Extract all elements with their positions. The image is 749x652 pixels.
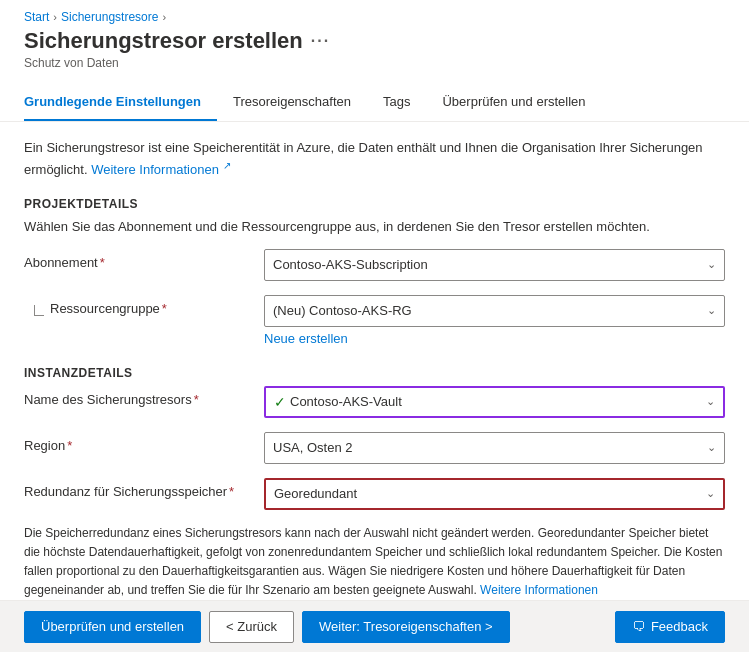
back-button[interactable]: < Zurück [209, 611, 294, 643]
redundanz-label: Redundanz für Sicherungsspeicher * [24, 478, 264, 499]
ressourcengruppe-required: * [162, 301, 167, 316]
feedback-button[interactable]: 🗨 Feedback [615, 611, 725, 643]
region-chevron-icon: ⌄ [707, 441, 716, 454]
intro-description: Ein Sicherungstresor ist eine Speicheren… [24, 138, 725, 179]
redundanz-control: Georedundant ⌄ [264, 478, 725, 510]
neue-erstellen-link[interactable]: Neue erstellen [264, 331, 348, 346]
page-subtitle: Schutz von Daten [24, 56, 725, 70]
ressourcengruppe-dropdown[interactable]: (Neu) Contoso-AKS-RG ⌄ [264, 295, 725, 327]
ressourcengruppe-control: (Neu) Contoso-AKS-RG ⌄ Neue erstellen [264, 295, 725, 346]
feedback-icon: 🗨 [632, 619, 645, 634]
redundanz-dropdown-value: Georedundant [274, 486, 706, 501]
projektdetails-description: Wählen Sie das Abonnement und die Ressou… [24, 217, 725, 237]
breadcrumb-sicherungstresore[interactable]: Sicherungstresore [61, 10, 158, 24]
abonnement-chevron-icon: ⌄ [707, 258, 716, 271]
sicherungsname-check-icon: ✓ [274, 394, 286, 410]
region-row: Region * USA, Osten 2 ⌄ [24, 432, 725, 464]
abonnement-row: Abonnement * Contoso-AKS-Subscription ⌄ [24, 249, 725, 281]
region-control: USA, Osten 2 ⌄ [264, 432, 725, 464]
region-label: Region * [24, 432, 264, 453]
page-ellipsis-menu[interactable]: ··· [311, 32, 330, 50]
redundanz-required: * [229, 484, 234, 499]
sicherungsname-row: Name des Sicherungstresors * ✓ Contoso-A… [24, 386, 725, 418]
redundanz-dropdown[interactable]: Georedundant ⌄ [264, 478, 725, 510]
ressourcengruppe-chevron-icon: ⌄ [707, 304, 716, 317]
breadcrumb-separator-2: › [162, 11, 166, 23]
redundanz-chevron-icon: ⌄ [706, 487, 715, 500]
projektdetails-section-title: PROJEKTDETAILS [24, 197, 725, 211]
redundanz-info-box: Die Speicherredundanz eines Sicherungstr… [24, 524, 725, 609]
main-content: Ein Sicherungstresor ist eine Speicheren… [0, 122, 749, 625]
breadcrumb: Start › Sicherungstresore › [0, 0, 749, 28]
breadcrumb-separator-1: › [53, 11, 57, 23]
abonnement-dropdown[interactable]: Contoso-AKS-Subscription ⌄ [264, 249, 725, 281]
page-header: Sicherungstresor erstellen ··· Schutz vo… [0, 28, 749, 74]
sicherungsname-required: * [194, 392, 199, 407]
abonnement-label: Abonnement * [24, 249, 264, 270]
breadcrumb-start[interactable]: Start [24, 10, 49, 24]
next-button[interactable]: Weiter: Tresoreigenschaften > [302, 611, 510, 643]
region-dropdown[interactable]: USA, Osten 2 ⌄ [264, 432, 725, 464]
review-create-button[interactable]: Überprüfen und erstellen [24, 611, 201, 643]
sicherungsname-chevron-icon: ⌄ [706, 395, 715, 408]
bottom-bar: Überprüfen und erstellen < Zurück Weiter… [0, 600, 749, 652]
ressourcengruppe-label: Ressourcengruppe * [24, 295, 264, 316]
sicherungsname-control: ✓ Contoso-AKS-Vault ⌄ [264, 386, 725, 418]
redundanz-info-link[interactable]: Weitere Informationen [480, 583, 598, 597]
sicherungsname-dropdown[interactable]: ✓ Contoso-AKS-Vault ⌄ [264, 386, 725, 418]
ressourcengruppe-dropdown-value: (Neu) Contoso-AKS-RG [273, 303, 707, 318]
external-link-icon: ↗ [223, 160, 231, 171]
page-title: Sicherungstresor erstellen [24, 28, 303, 54]
region-dropdown-value: USA, Osten 2 [273, 440, 707, 455]
tab-tresoreigenschaften[interactable]: Tresoreigenschaften [217, 86, 367, 121]
page-title-container: Sicherungstresor erstellen ··· [24, 28, 725, 54]
ressourcengruppe-row: Ressourcengruppe * (Neu) Contoso-AKS-RG … [24, 295, 725, 346]
abonnement-required: * [100, 255, 105, 270]
tab-uberpruefen-erstellen[interactable]: Überprüfen und erstellen [426, 86, 601, 121]
redundanz-row: Redundanz für Sicherungsspeicher * Geore… [24, 478, 725, 510]
description-link[interactable]: Weitere Informationen ↗ [91, 162, 230, 177]
sicherungsname-dropdown-value: ✓ Contoso-AKS-Vault [274, 394, 706, 410]
abonnement-control: Contoso-AKS-Subscription ⌄ [264, 249, 725, 281]
abonnement-dropdown-value: Contoso-AKS-Subscription [273, 257, 707, 272]
instanzdetails-section-title: INSTANZDETAILS [24, 366, 725, 380]
region-required: * [67, 438, 72, 453]
tab-tags[interactable]: Tags [367, 86, 426, 121]
sicherungsname-label: Name des Sicherungstresors * [24, 386, 264, 407]
tabs-container: Grundlegende Einstellungen Tresoreigensc… [0, 86, 749, 122]
tab-grundlegende-einstellungen[interactable]: Grundlegende Einstellungen [24, 86, 217, 121]
